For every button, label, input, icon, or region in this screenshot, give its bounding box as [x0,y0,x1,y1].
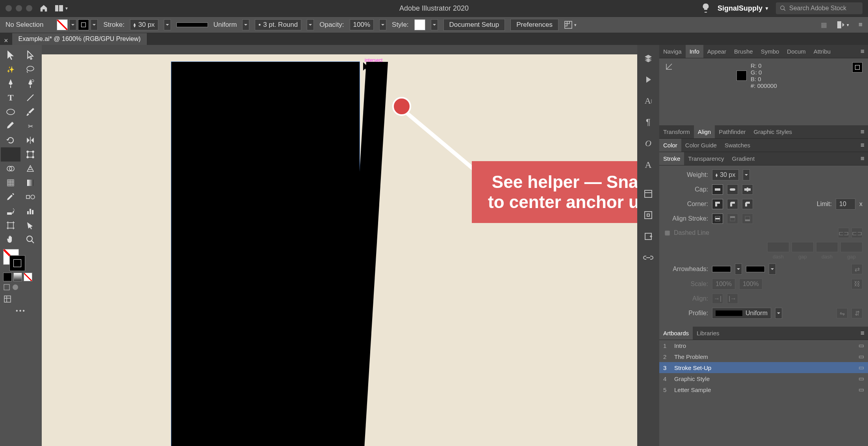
preferences-button[interactable]: Preferences [510,19,558,31]
arrange-documents-button[interactable]: ▾ [55,5,68,11]
align-stroke-inside-icon[interactable] [727,214,738,224]
artboard-options-icon[interactable]: ▭ [859,386,864,393]
brush-dropdown[interactable] [307,19,314,30]
fill-swatch[interactable] [57,19,68,30]
perspective-tool[interactable] [20,162,40,176]
stroke-swatch[interactable] [78,19,89,30]
links-panel-icon[interactable] [642,251,655,264]
panel-tab-libraries[interactable]: Libraries [693,327,723,340]
arrow-scale-2[interactable]: 100% [739,279,762,290]
lasso-tool[interactable] [20,62,40,76]
artboard-options-icon[interactable]: ▭ [859,375,864,382]
stroke-color[interactable] [9,255,25,271]
link-scale-icon[interactable]: ⛓ [851,279,862,289]
artboard-row[interactable]: 2The Problem▭ [659,351,868,362]
artboard-row[interactable]: 3Stroke Set-Up▭ [659,362,868,373]
blend-tool[interactable] [20,190,40,204]
hand-tool[interactable] [1,232,20,247]
canvas-area[interactable]: intersect See helper — Snap point to cen… [42,45,637,446]
paragraph-panel-icon[interactable]: ¶ [642,116,655,128]
opentype-panel-icon[interactable]: O [642,137,655,150]
stock-search-input[interactable]: Search Adobe Stock [776,2,862,14]
gradient-mode-icon[interactable] [13,273,22,281]
pen-tool[interactable] [1,76,20,91]
arrow-scale-1[interactable]: 100% [712,279,735,290]
free-transform-tool[interactable] [20,147,40,162]
panel-tab-appear[interactable]: Appear [703,45,730,58]
artboard-options-icon[interactable]: ▭ [859,364,864,371]
minimize-window-icon[interactable] [16,5,22,11]
miter-limit-field[interactable]: 10 [836,199,855,210]
dash-align-2-icon[interactable]: ⊏⊐ [851,228,862,238]
panel-tab-naviga[interactable]: Naviga [659,45,686,58]
panel-tab-artboards[interactable]: Artboards [659,327,693,340]
screen-mode-normal-icon[interactable] [3,284,10,291]
artboard-canvas[interactable]: intersect See helper — Snap point to cen… [42,54,637,446]
panel-tab-transform[interactable]: Transform [659,125,694,138]
artboards-panel-icon[interactable] [642,230,655,243]
panel-tab-transparency[interactable]: Transparency [684,152,728,165]
actions-panel-icon[interactable] [642,73,655,86]
curvature-tool[interactable] [20,76,40,91]
css-panel-icon[interactable] [642,188,655,200]
panel-tab-pathfinder[interactable]: Pathfinder [715,125,749,138]
profile-selector[interactable]: Uniform [712,308,771,319]
close-tab-button[interactable]: × [0,37,12,45]
pixel-preview-icon[interactable]: ▦ [821,21,827,29]
dashed-line-checkbox[interactable] [665,230,670,236]
brush-selector[interactable]: •3 pt. Round [255,19,301,30]
cap-butt-icon[interactable] [712,184,723,195]
stroke-weight-field[interactable]: ▴▾30 px [712,169,739,180]
ellipse-tool[interactable] [1,105,20,119]
artboard-nav[interactable]: ▾ [836,20,849,29]
glyphs-panel-icon[interactable]: A [642,158,655,171]
fill-dropdown[interactable] [69,19,76,30]
reflect-tool[interactable] [20,133,40,147]
stroke-weight-dd[interactable] [743,169,750,180]
corner-bevel-icon[interactable] [742,199,753,209]
column-graph-tool[interactable] [20,204,40,218]
stroke-profile-dropdown[interactable] [242,19,249,30]
color-mode-icon[interactable] [3,273,12,281]
arrow-start-dd[interactable] [735,264,742,275]
panel-tab-attribu[interactable]: Attribu [810,45,835,58]
artboard-options-icon[interactable]: ▭ [859,342,864,349]
dash-1-field[interactable] [767,242,789,252]
panel-tab-info[interactable]: Info [686,45,703,58]
close-window-icon[interactable] [6,5,12,11]
width-tool[interactable] [1,147,20,162]
align-stroke-outside-icon[interactable] [742,214,753,224]
pencil-tool[interactable] [1,119,20,133]
stroke-color-dropdown[interactable] [91,19,98,30]
learn-icon[interactable] [702,3,710,13]
arrow-start-preview[interactable] [712,266,731,272]
direct-selection-tool[interactable] [20,48,40,62]
panel-tab-symbo[interactable]: Symbo [757,45,783,58]
document-tab[interactable]: Example.ai* @ 1600% (RGB/GPU Preview) [12,33,148,45]
scissors-tool[interactable]: ✂ [20,119,40,133]
user-menu[interactable]: SignalSupply ▾ [718,4,768,13]
panel-tab-color[interactable]: Color [659,139,681,152]
artboard-row[interactable]: 4Graphic Style▭ [659,373,868,384]
opacity-input[interactable]: 100% [350,19,374,30]
gap-2-field[interactable] [840,242,862,252]
edit-toolbar-button[interactable] [1,295,41,303]
corner-round-icon[interactable] [727,199,738,209]
paintbrush-tool[interactable] [20,105,40,119]
stroke-weight-input[interactable]: ▴▾ 30 px [130,19,158,30]
panel-menu-icon[interactable]: ≡ [857,152,868,165]
opacity-dropdown[interactable] [379,19,386,30]
window-controls[interactable] [6,5,32,11]
none-mode-icon[interactable] [24,273,32,281]
graphic-style-swatch[interactable] [414,19,425,30]
panel-tab-brushe[interactable]: Brushe [730,45,757,58]
screen-mode-full-icon[interactable] [12,284,19,291]
panel-menu-icon[interactable]: ≡ [857,327,868,340]
panel-tab-stroke[interactable]: Stroke [659,152,684,165]
panel-menu-icon[interactable]: ≡ [857,45,868,58]
eyedropper-tool[interactable] [1,190,20,204]
stroke-weight-dropdown[interactable] [164,19,171,30]
fill-stroke-control[interactable] [3,249,25,271]
magic-wand-tool[interactable]: ✨ [1,62,20,76]
profile-dd[interactable] [775,308,782,319]
